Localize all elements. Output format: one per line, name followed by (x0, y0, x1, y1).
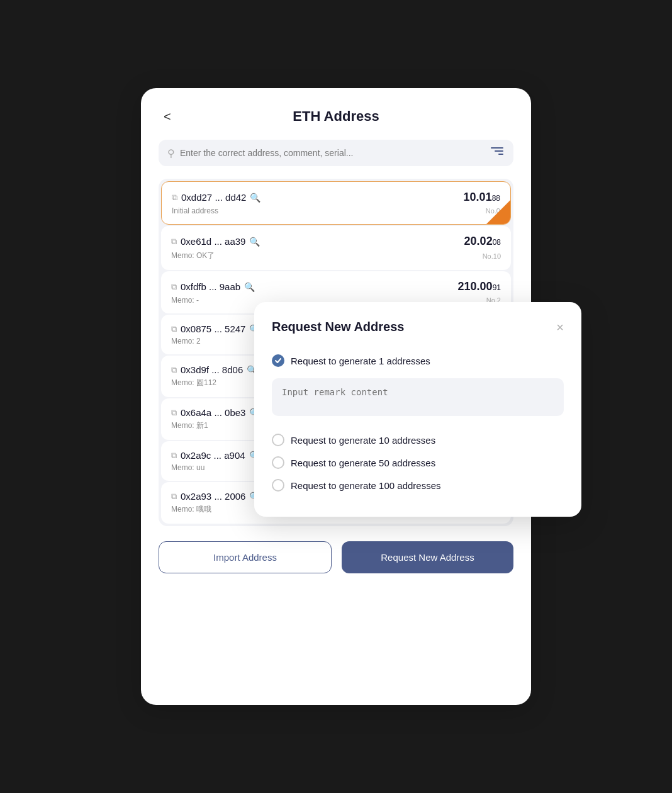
address-label-6: Memo: uu (171, 463, 204, 472)
radio-option-4[interactable]: Request to generate 100 addresses (272, 474, 564, 497)
modal-close-button[interactable]: × (556, 321, 564, 334)
radio-option-3[interactable]: Request to generate 50 addresses (272, 451, 564, 474)
address-text-5: 0x6a4a ... 0be3 (181, 407, 245, 418)
search-bar: ⚲ (159, 140, 513, 166)
search-input[interactable] (180, 148, 483, 158)
radio-label-3: Request to generate 50 addresses (291, 458, 435, 468)
radio-label-2: Request to generate 10 addresses (291, 435, 435, 446)
active-badge-0 (486, 200, 510, 224)
copy-icon-3: ⧉ (171, 324, 177, 334)
address-text-1: 0xe61d ... aa39 (181, 236, 245, 247)
search-icon: ⚲ (167, 147, 175, 159)
address-item-0[interactable]: ⧉ 0xdd27 ... dd42 🔍 10.0188 Initial addr… (161, 181, 511, 225)
address-text-3: 0x0875 ... 5247 (181, 323, 245, 334)
radio-label-4: Request to generate 100 addresses (291, 480, 441, 491)
radio-circle-3 (272, 456, 284, 469)
copy-icon-1: ⧉ (171, 237, 177, 247)
address-no-1: No.10 (483, 252, 501, 260)
header: < ETH Address (159, 108, 513, 125)
radio-circle-2 (272, 434, 284, 446)
back-button[interactable]: < (159, 107, 176, 127)
address-label-0: Initial address (172, 206, 218, 215)
address-item-1[interactable]: ⧉ 0xe61d ... aa39 🔍 20.0208 Memo: OK了 No… (161, 226, 511, 270)
request-new-address-button[interactable]: Request New Address (342, 541, 513, 573)
address-text-7: 0x2a93 ... 2006 (181, 491, 245, 502)
scan-icon-0: 🔍 (250, 193, 260, 203)
address-text-2: 0xfdfb ... 9aab (181, 281, 240, 292)
address-label-5: Memo: 新1 (171, 420, 208, 431)
modal-header: Request New Address × (272, 320, 564, 334)
address-label-4: Memo: 圆112 (171, 378, 216, 388)
address-label-3: Memo: 2 (171, 337, 201, 346)
amount-2: 210.0091 (458, 280, 501, 293)
address-label-7: Memo: 哦哦 (171, 504, 211, 515)
remark-input[interactable] (272, 378, 564, 416)
request-new-address-modal: Request New Address × Request to generat… (254, 302, 581, 517)
scan-icon-1: 🔍 (249, 237, 260, 247)
address-text-0: 0xdd27 ... dd42 (181, 192, 246, 203)
filter-button[interactable] (488, 146, 505, 160)
radio-circle-4 (272, 479, 284, 492)
import-address-button[interactable]: Import Address (159, 541, 332, 573)
check-icon-1 (272, 354, 284, 367)
main-card: < ETH Address ⚲ ⧉ 0xdd27 ... dd42 🔍 (141, 88, 531, 705)
address-label-2: Memo: - (171, 296, 199, 305)
copy-icon-2: ⧉ (171, 282, 177, 292)
modal-title: Request New Address (272, 320, 404, 334)
page-title: ETH Address (293, 108, 379, 125)
filter-icon (490, 147, 503, 159)
copy-icon-6: ⧉ (171, 451, 177, 461)
bottom-buttons: Import Address Request New Address (159, 541, 513, 573)
address-text-4: 0x3d9f ... 8d06 (181, 364, 243, 375)
radio-label-1: Request to generate 1 addresses (291, 356, 430, 366)
copy-icon-4: ⧉ (171, 365, 177, 375)
copy-icon-5: ⧉ (171, 408, 177, 418)
scan-icon-2: 🔍 (244, 282, 255, 292)
address-text-6: 0x2a9c ... a904 (181, 450, 245, 461)
copy-icon-0: ⧉ (172, 193, 177, 203)
radio-option-2[interactable]: Request to generate 10 addresses (272, 429, 564, 451)
address-label-1: Memo: OK了 (171, 250, 215, 261)
radio-option-1[interactable]: Request to generate 1 addresses (272, 349, 564, 372)
copy-icon-7: ⧉ (171, 492, 177, 502)
amount-1: 20.0208 (464, 235, 501, 248)
